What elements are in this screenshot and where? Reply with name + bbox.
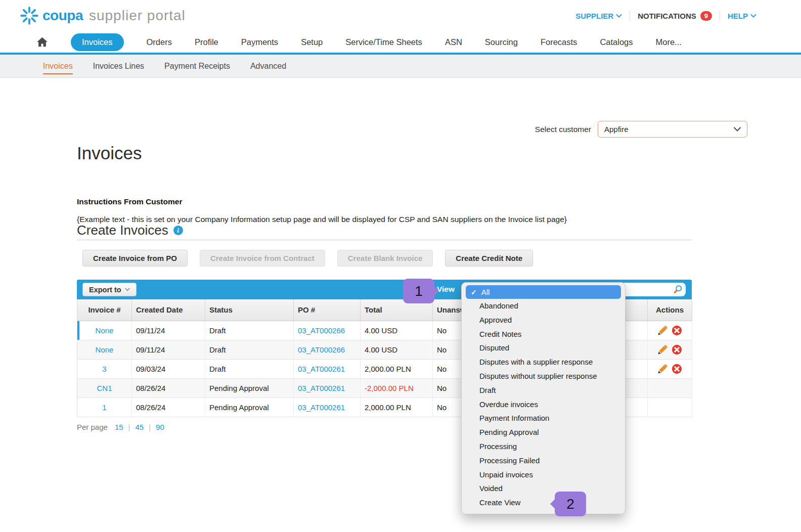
create-credit-note-button[interactable]: Create Credit Note xyxy=(445,250,533,267)
view-option-credit-notes[interactable]: Credit Notes xyxy=(466,327,621,341)
delete-x-icon[interactable] xyxy=(672,325,682,336)
col-header-po: PO # xyxy=(294,299,361,321)
invoice-number-link[interactable]: CN1 xyxy=(97,384,112,392)
create-invoice-from-contract-button: Create Invoice from Contract xyxy=(200,250,325,267)
per-page-separator: | xyxy=(149,423,151,431)
edit-pencil-icon[interactable] xyxy=(657,325,668,336)
create-invoices-title-text: Create Invoices xyxy=(77,223,168,238)
created-date-cell: 08/26/24 xyxy=(132,397,205,417)
created-date-cell: 09/03/24 xyxy=(132,359,205,378)
chevron-down-icon xyxy=(616,14,622,18)
view-option-overdue-invoices[interactable]: Overdue invoices xyxy=(466,397,621,412)
menu-divider xyxy=(630,11,630,21)
per-page-option-15[interactable]: 15 xyxy=(115,423,123,431)
view-option-unpaid-invoices[interactable]: Unpaid invoices xyxy=(466,468,621,482)
po-number-link[interactable]: 03_AT000266 xyxy=(298,326,345,335)
total-cell: -2,000.00 PLN xyxy=(361,378,433,397)
page-title: Invoices xyxy=(77,143,142,163)
nav-tab-forecasts[interactable]: Forecasts xyxy=(541,37,577,47)
po-number-link[interactable]: 03_AT000266 xyxy=(298,345,345,354)
create-invoice-from-po-button[interactable]: Create Invoice from PO xyxy=(82,250,188,267)
view-option-pending-approval[interactable]: Pending Approval xyxy=(466,425,621,439)
view-option-approved[interactable]: Approved xyxy=(466,313,621,327)
main-navigation: Invoices Orders Profile Payments Setup S… xyxy=(0,31,801,55)
status-cell: Pending Approval xyxy=(205,378,294,397)
view-option-disputes-with-response[interactable]: Disputes with a supplier response xyxy=(466,355,621,369)
per-page-option-90[interactable]: 90 xyxy=(156,423,164,431)
po-number-link[interactable]: 03_AT000261 xyxy=(298,365,345,373)
home-icon[interactable] xyxy=(36,36,48,48)
nav-tab-catalogs[interactable]: Catalogs xyxy=(600,37,633,47)
customer-select-value: Appfire xyxy=(604,125,629,134)
select-customer-label: Select customer xyxy=(535,125,591,134)
nav-tab-more[interactable]: More... xyxy=(656,37,682,47)
annotation-step-2-badge: 2 xyxy=(555,492,586,516)
create-invoices-heading: Create Invoices i xyxy=(77,223,183,238)
customer-select-dropdown[interactable]: Appfire xyxy=(598,121,747,138)
view-selected-label: All xyxy=(481,288,490,296)
menu-divider xyxy=(720,11,720,21)
nav-tab-sourcing[interactable]: Sourcing xyxy=(485,37,518,47)
top-menu: SUPPLIER NOTIFICATIONS 9 HELP xyxy=(575,11,757,21)
info-icon[interactable]: i xyxy=(173,226,183,235)
create-buttons-row: Create Invoice from PO Create Invoice fr… xyxy=(82,250,533,267)
view-dropdown-panel: ✓ All Abandoned Approved Credit Notes Di… xyxy=(461,282,626,514)
nav-tab-profile[interactable]: Profile xyxy=(195,37,218,47)
nav-tab-asn[interactable]: ASN xyxy=(445,37,462,47)
invoice-number-link[interactable]: None xyxy=(96,326,114,335)
edit-pencil-icon[interactable] xyxy=(657,344,668,355)
view-option-draft[interactable]: Draft xyxy=(466,383,621,397)
nav-tab-invoices[interactable]: Invoices xyxy=(71,33,124,51)
view-option-abandoned[interactable]: Abandoned xyxy=(466,299,621,313)
chevron-down-icon xyxy=(125,288,130,291)
col-header-actions: Actions xyxy=(648,299,692,321)
view-option-processing-failed[interactable]: Processing Failed xyxy=(466,454,621,468)
nav-tab-setup[interactable]: Setup xyxy=(301,37,323,47)
per-page-option-45[interactable]: 45 xyxy=(135,423,144,431)
nav-tab-payments[interactable]: Payments xyxy=(241,37,278,47)
export-to-button[interactable]: Export to xyxy=(82,283,137,296)
po-number-link[interactable]: 03_AT000261 xyxy=(298,384,345,392)
coupa-logo: coupa supplier portal xyxy=(20,7,186,25)
top-header: coupa supplier portal SUPPLIER NOTIFICAT… xyxy=(0,0,801,31)
invoice-number-link[interactable]: 3 xyxy=(102,365,106,373)
created-date-cell: 08/26/24 xyxy=(132,378,205,397)
checkmark-icon: ✓ xyxy=(471,288,477,296)
subnav-tab-invoices[interactable]: Invoices xyxy=(43,62,73,74)
view-option-payment-information[interactable]: Payment Information xyxy=(466,411,621,425)
coupa-flower-icon xyxy=(20,7,38,25)
status-cell: Draft xyxy=(205,321,294,340)
annotation-step-1-badge: 1 xyxy=(403,279,434,303)
edit-pencil-icon[interactable] xyxy=(657,364,668,374)
delete-x-icon[interactable] xyxy=(672,364,682,374)
subnav-tab-payment-receipts[interactable]: Payment Receipts xyxy=(164,62,230,71)
view-option-processing[interactable]: Processing xyxy=(466,439,621,454)
po-number-link[interactable]: 03_AT000261 xyxy=(298,403,345,412)
help-menu[interactable]: HELP xyxy=(728,12,757,20)
search-icon[interactable] xyxy=(673,285,683,294)
invoice-number-link[interactable]: None xyxy=(96,345,114,354)
supplier-menu[interactable]: SUPPLIER xyxy=(575,12,622,20)
delete-x-icon[interactable] xyxy=(672,344,682,355)
supplier-menu-label: SUPPLIER xyxy=(575,12,613,20)
notifications-menu[interactable]: NOTIFICATIONS 9 xyxy=(638,11,712,21)
view-option-disputed[interactable]: Disputed xyxy=(466,341,621,355)
subnav-tab-advanced[interactable]: Advanced xyxy=(250,62,286,71)
status-cell: Pending Approval xyxy=(205,397,294,417)
section-divider xyxy=(77,240,692,240)
view-option-all-selected[interactable]: ✓ All xyxy=(466,285,621,299)
view-option-create-view[interactable]: Create View xyxy=(466,496,621,510)
view-option-voided[interactable]: Voided xyxy=(466,481,621,496)
chevron-down-icon xyxy=(750,14,757,18)
create-blank-invoice-button: Create Blank Invoice xyxy=(337,250,433,267)
sub-navigation: Invoices Invoices Lines Payment Receipts… xyxy=(0,55,801,78)
nav-tab-service-time-sheets[interactable]: Service/Time Sheets xyxy=(345,37,422,47)
invoice-number-link[interactable]: 1 xyxy=(102,403,106,412)
col-header-invoice: Invoice # xyxy=(77,299,132,321)
notifications-label: NOTIFICATIONS xyxy=(638,12,696,20)
customer-selector-row: Select customer Appfire xyxy=(535,121,747,138)
view-option-disputes-without-response[interactable]: Disputes without supplier response xyxy=(466,369,621,383)
nav-tab-orders[interactable]: Orders xyxy=(147,37,172,47)
subnav-tab-invoices-lines[interactable]: Invoices Lines xyxy=(93,62,144,71)
total-cell: 2,000.00 PLN xyxy=(361,359,433,378)
